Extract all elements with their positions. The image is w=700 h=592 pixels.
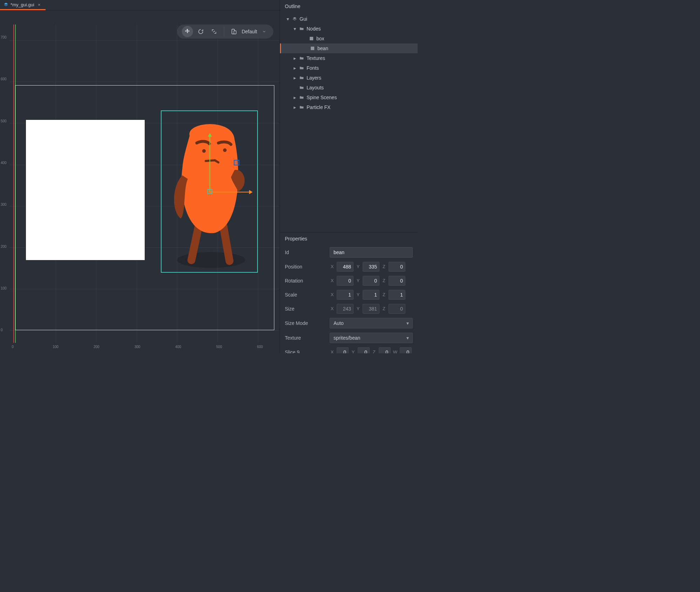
outline-item-textures[interactable]: ▸ Textures <box>280 53 418 63</box>
prop-label-rotation: Rotation <box>285 278 327 284</box>
outline-label: Spine Scenes <box>307 95 337 100</box>
layout-selector-label[interactable]: Default <box>242 29 257 34</box>
outline-label: Fonts <box>307 65 319 71</box>
folder-icon <box>299 104 304 110</box>
chevron-down-icon: ▾ <box>406 320 409 326</box>
ruler-horizontal: 0 100 200 300 400 500 600 <box>7 343 280 351</box>
ruler-tick: 0 <box>12 345 14 349</box>
size-y-input[interactable] <box>363 304 379 314</box>
chevron-down-icon[interactable] <box>262 29 266 34</box>
slice9-z-input[interactable] <box>379 347 391 354</box>
texture-select[interactable]: sprites/bean ▾ <box>330 333 413 343</box>
folder-icon <box>299 26 304 32</box>
caret-right-icon[interactable]: ▸ <box>293 104 297 110</box>
prop-label-id: Id <box>285 250 327 255</box>
prop-label-position: Position <box>285 264 327 270</box>
position-y-input[interactable] <box>363 262 379 272</box>
prop-label-scale: Scale <box>285 292 327 298</box>
gizmo-axis-y[interactable] <box>210 136 210 192</box>
caret-down-icon[interactable]: ▾ <box>286 16 290 22</box>
gizmo-axis-z[interactable] <box>234 160 239 165</box>
size-mode-select[interactable]: Auto ▾ <box>330 318 413 328</box>
outline-item-box[interactable]: box <box>280 34 418 43</box>
scale-z-input[interactable] <box>389 290 405 300</box>
ruler-tick: 500 <box>216 345 222 349</box>
close-icon[interactable]: × <box>36 2 42 7</box>
viewport-toolbar: Default <box>177 25 273 39</box>
box-node-icon <box>310 46 315 51</box>
properties-panel-header: Properties <box>280 232 418 245</box>
slice9-w-input[interactable] <box>400 347 412 354</box>
properties-panel: Properties Id Position X Y Z <box>280 232 418 354</box>
ruler-tick: 600 <box>0 77 7 81</box>
caret-right-icon[interactable]: ▸ <box>293 95 297 100</box>
prop-label-size-mode: Size Mode <box>285 320 327 326</box>
box-node[interactable] <box>26 120 145 260</box>
position-x-input[interactable] <box>337 262 354 272</box>
ruler-tick: 200 <box>94 345 99 349</box>
outline-item-layers[interactable]: ▸ Layers <box>280 73 418 83</box>
folder-icon <box>299 95 304 100</box>
folder-icon <box>299 65 304 71</box>
outline-label: Textures <box>307 55 325 61</box>
gizmo-origin[interactable] <box>207 189 212 194</box>
outline-label: box <box>316 36 324 41</box>
svg-rect-7 <box>310 37 313 40</box>
scene-canvas[interactable] <box>10 25 280 343</box>
id-input[interactable] <box>330 247 413 258</box>
outline-label: Gui <box>300 16 307 22</box>
tab-title: *my_gui.gui <box>11 2 34 7</box>
move-tool-button[interactable] <box>182 26 193 37</box>
rotation-z-input[interactable] <box>389 276 405 286</box>
outline-item-gui[interactable]: ▾ Gui <box>280 14 418 24</box>
box-node-icon <box>309 36 314 41</box>
size-x-input[interactable] <box>337 304 354 314</box>
outline-item-particle-fx[interactable]: ▸ Particle FX <box>280 102 418 112</box>
ruler-tick: 300 <box>0 203 7 206</box>
ruler-tick: 500 <box>0 119 7 123</box>
svg-point-3 <box>202 149 206 153</box>
outline-label: bean <box>317 46 328 51</box>
ruler-tick: 0 <box>0 328 7 332</box>
outline-label: Layers <box>307 75 321 81</box>
editor-viewport-panel: *my_gui.gui × 700 600 500 400 300 200 10… <box>0 0 280 353</box>
layers-icon <box>292 16 297 22</box>
size-z-input[interactable] <box>389 304 405 314</box>
prop-label-slice9: Slice 9 <box>285 349 327 354</box>
slice9-x-input[interactable] <box>337 347 349 354</box>
ruler-tick: 700 <box>0 35 7 39</box>
svg-rect-6 <box>234 31 236 34</box>
ruler-tick: 400 <box>0 161 7 165</box>
rotate-tool-button[interactable] <box>195 26 206 37</box>
caret-right-icon[interactable]: ▸ <box>293 65 297 71</box>
prop-label-size: Size <box>285 306 327 312</box>
outline-tree: ▾ Gui ▾ Nodes box bean <box>280 13 418 114</box>
outline-item-fonts[interactable]: ▸ Fonts <box>280 63 418 73</box>
scale-x-input[interactable] <box>337 290 354 300</box>
gizmo-axis-x[interactable] <box>210 192 250 192</box>
outline-item-layouts[interactable]: Layouts <box>280 83 418 93</box>
folder-icon <box>299 75 304 81</box>
slice9-y-input[interactable] <box>358 347 370 354</box>
scale-y-input[interactable] <box>363 290 379 300</box>
outline-item-nodes[interactable]: ▾ Nodes <box>280 24 418 34</box>
outline-label: Particle FX <box>307 104 330 110</box>
svg-point-4 <box>223 149 227 152</box>
ruler-vertical: 700 600 500 400 300 200 100 0 <box>0 21 7 343</box>
rotation-x-input[interactable] <box>337 276 354 286</box>
tab-bar: *my_gui.gui × <box>0 0 280 11</box>
caret-right-icon[interactable]: ▸ <box>293 55 297 61</box>
ruler-tick: 400 <box>175 345 181 349</box>
outline-item-spine-scenes[interactable]: ▸ Spine Scenes <box>280 93 418 102</box>
caret-right-icon[interactable]: ▸ <box>293 75 297 81</box>
ruler-tick: 300 <box>135 345 140 349</box>
outline-panel-header: Outline <box>280 0 418 13</box>
caret-down-icon[interactable]: ▾ <box>293 26 297 32</box>
rotation-y-input[interactable] <box>363 276 379 286</box>
position-z-input[interactable] <box>389 262 405 272</box>
layers-icon <box>4 2 8 7</box>
scale-tool-button[interactable] <box>208 26 220 37</box>
outline-item-bean[interactable]: bean <box>280 43 418 53</box>
device-icon <box>231 28 237 35</box>
file-tab[interactable]: *my_gui.gui × <box>0 0 46 10</box>
